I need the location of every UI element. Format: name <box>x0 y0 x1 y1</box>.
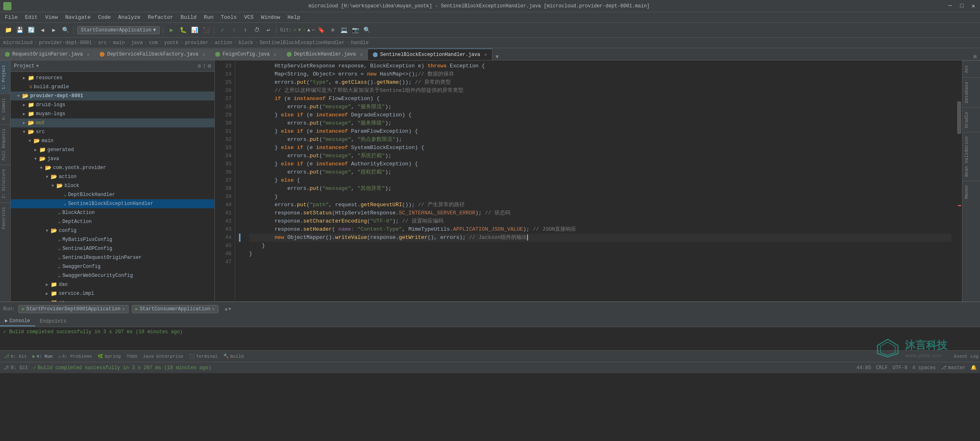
tree-item-origin-parser[interactable]: ☕ SentinelRequestOriginParser <box>11 253 214 262</box>
ant-panel-tab[interactable]: Ant <box>962 60 980 77</box>
status-notification[interactable]: 🔔 <box>971 365 977 371</box>
open-folder-btn[interactable]: 📁 <box>3 25 13 35</box>
breadcrumb-com[interactable]: com <box>149 40 158 46</box>
stop-btn[interactable]: ⬛ <box>201 25 211 35</box>
breadcrumb-handler[interactable]: SentinelBlockExceptionHandler <box>259 40 345 46</box>
vtab-structure[interactable]: 2: Structure <box>0 165 10 203</box>
vtab-commit[interactable]: 0: Commit <box>0 94 10 124</box>
tree-item-service-impl[interactable]: ▶ 📁 service.impl <box>11 289 214 298</box>
breadcrumb-microcloud[interactable]: microcloud <box>3 40 33 46</box>
panel-dropdown[interactable]: ▼ <box>36 64 39 69</box>
tree-item-build-gradle[interactable]: G build.gradle <box>11 82 214 91</box>
minimize-button[interactable]: ─ <box>947 2 953 9</box>
breadcrumb-provider[interactable]: provider <box>185 40 209 46</box>
tree-item-block[interactable]: ▼ 📂 block <box>11 181 214 190</box>
vtab-project[interactable]: 1: Project <box>0 60 10 94</box>
tree-item-block-action[interactable]: ☕ BlockAction <box>11 208 214 217</box>
run-app2-btn[interactable]: ▶ StartConsumerApplication ✕ <box>132 305 218 313</box>
vtab-pull-requests[interactable]: Pull Requests <box>0 124 10 165</box>
breadcrumb-action[interactable]: action <box>215 40 232 46</box>
status-line-ending[interactable]: CRLF <box>876 365 888 371</box>
tree-item-provider-dept[interactable]: ▼ 📂 provider-dept-8001 <box>11 91 214 100</box>
tab-close-btn[interactable]: ✕ <box>87 52 90 57</box>
tab-close-btn5[interactable]: ✕ <box>484 52 487 57</box>
breadcrumb-main[interactable]: main <box>113 40 125 46</box>
breadcrumb-provider-dept[interactable]: provider-dept-8001 <box>39 40 92 46</box>
breadcrumb-handle[interactable]: handle <box>351 40 368 46</box>
breadcrumb-yootk[interactable]: yootk <box>164 40 179 46</box>
bean-validation-tab[interactable]: Bean Validation <box>962 132 980 181</box>
git-push-btn[interactable]: ⬆ <box>241 25 250 35</box>
problems-tool-btn[interactable]: ⚠ 6: Problems <box>56 353 94 360</box>
tree-item-config[interactable]: ▼ 📂 config <box>11 226 214 235</box>
scrollbar-thumb[interactable] <box>957 101 961 134</box>
maximize-button[interactable]: □ <box>958 2 965 9</box>
terminal-tool-btn[interactable]: ⬛ Terminal <box>187 353 220 360</box>
tree-item-swagger-security[interactable]: ☕ SwaggerWebSecurityConfig <box>11 271 214 280</box>
run-app1-close[interactable]: ✕ <box>122 306 125 312</box>
tree-item-java[interactable]: ▼ 📂 java <box>11 154 214 163</box>
scroll-indicator[interactable] <box>956 60 962 301</box>
tab-dept-block-handler[interactable]: DeptBlockHandler.java ✕ <box>282 49 368 60</box>
status-branch[interactable]: ⎇ master <box>941 365 966 371</box>
event-log-btn[interactable]: Event Log <box>954 354 978 359</box>
tree-item-resources[interactable]: ▶ 📁 resources <box>11 74 214 82</box>
close-button[interactable]: ✕ <box>970 2 977 9</box>
status-position[interactable]: 44:85 <box>856 365 871 371</box>
menu-window[interactable]: Window <box>258 13 283 21</box>
tree-item-com-yootk[interactable]: ▼ 📂 com.yootk.provider <box>11 163 214 172</box>
run-app2-close[interactable]: ✕ <box>212 306 215 312</box>
build-tool-btn[interactable]: 🔨 Build <box>221 353 246 360</box>
scroll-up-btn[interactable]: ▲ <box>225 307 228 312</box>
tree-item-dept-action[interactable]: ☕ DeptAction <box>11 217 214 226</box>
menu-analyze[interactable]: Analyze <box>115 13 144 21</box>
tree-item-sentinel-handler[interactable]: ☕ SentinelBlockExceptionHandler <box>11 199 214 208</box>
back-btn[interactable]: ◀ <box>38 25 47 35</box>
tree-item-sentinel-aop[interactable]: ☕ SentinelAOPConfig <box>11 244 214 253</box>
menu-code[interactable]: Code <box>95 13 114 21</box>
gradle-panel-tab[interactable]: Gradle <box>962 107 980 132</box>
find-btn[interactable]: 🔍 <box>60 25 70 35</box>
tree-item-src[interactable]: ▼ 📂 src <box>11 127 214 136</box>
tab-close-btn3[interactable]: ✕ <box>274 52 277 57</box>
status-indent[interactable]: 4 spaces <box>912 365 936 371</box>
settings-btn[interactable]: ⚙ <box>208 62 211 69</box>
git-history-btn[interactable]: ⏱ <box>252 25 262 35</box>
console-tab[interactable]: ▶ Console <box>0 316 35 326</box>
camera-btn[interactable]: 📷 <box>351 25 361 35</box>
breadcrumb-java[interactable]: java <box>131 40 143 46</box>
vtab-favorites[interactable]: Favorites <box>0 203 10 233</box>
tree-item-druid-logs[interactable]: ▶ 📁 druid-logs <box>11 100 214 109</box>
breadcrumb-block[interactable]: block <box>238 40 253 46</box>
git-tool-btn[interactable]: ⎇ 9: Git <box>2 353 29 360</box>
tree-item-main[interactable]: ▼ 📂 main <box>11 136 214 145</box>
run-btn[interactable]: ▶ <box>167 25 176 35</box>
git-status-btn[interactable]: ✓ <box>218 25 227 35</box>
tree-item-vo[interactable]: ▶ 📁 vo <box>11 298 214 301</box>
tree-item-action[interactable]: ▼ 📂 action <box>11 172 214 181</box>
code-editor[interactable]: HttpServletResponse response, BlockExcep… <box>244 60 956 301</box>
structure-btn[interactable]: ≡ <box>328 25 338 35</box>
locate-file-btn[interactable]: ⊙ <box>198 62 201 69</box>
save-btn[interactable]: 💾 <box>15 25 24 35</box>
menu-refactor[interactable]: Refactor <box>145 13 176 21</box>
undo-btn[interactable]: ↩ <box>263 25 273 35</box>
run-tool-btn[interactable]: ▶ 4: Run <box>30 353 55 360</box>
menu-navigate[interactable]: Navigate <box>62 13 94 21</box>
tree-item-generated[interactable]: ▶ 📁 generated <box>11 145 214 154</box>
refresh-btn[interactable]: 🔄 <box>26 25 36 35</box>
database-panel-tab[interactable]: Database <box>962 77 980 107</box>
menu-tools[interactable]: Tools <box>218 13 240 21</box>
run-config-selector[interactable]: StartConsumerApplication ▼ <box>77 26 160 34</box>
tab-feign-config[interactable]: FeignConfig.java ✕ <box>210 49 282 60</box>
todo-tool-btn[interactable]: TODO <box>124 353 140 360</box>
status-encoding[interactable]: UTF-8 <box>893 365 907 371</box>
git-update-btn[interactable]: ↑ <box>229 25 239 35</box>
tab-dropdown-btn[interactable]: ▼ <box>494 54 501 60</box>
menu-run[interactable]: Run <box>200 13 216 21</box>
collapse-all-btn[interactable]: ↕ <box>203 62 206 69</box>
endpoints-tab[interactable]: Endpoints <box>35 317 71 326</box>
menu-vcs[interactable]: VCS <box>241 13 257 21</box>
run-coverage-btn[interactable]: 📊 <box>189 25 199 35</box>
forward-btn[interactable]: ▶ <box>49 25 59 35</box>
